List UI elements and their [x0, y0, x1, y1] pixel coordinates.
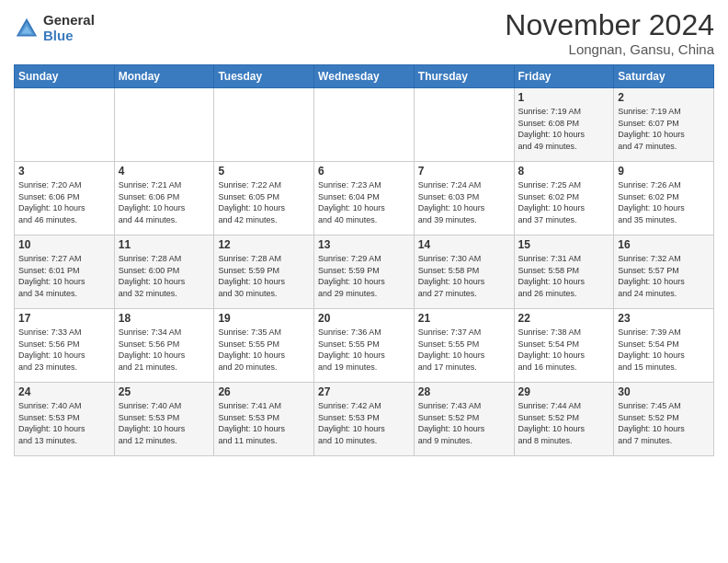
day-number: 15 — [518, 238, 610, 251]
calendar-cell: 7Sunrise: 7:24 AM Sunset: 6:03 PM Daylig… — [414, 162, 514, 236]
calendar-cell: 3Sunrise: 7:20 AM Sunset: 6:06 PM Daylig… — [15, 162, 115, 236]
calendar-week-row: 24Sunrise: 7:40 AM Sunset: 5:53 PM Dayli… — [15, 383, 714, 456]
calendar-cell: 20Sunrise: 7:36 AM Sunset: 5:55 PM Dayli… — [314, 309, 415, 383]
calendar-cell — [414, 88, 514, 162]
day-number: 10 — [18, 238, 110, 251]
day-number: 24 — [18, 385, 110, 398]
day-number: 7 — [418, 165, 510, 178]
logo-general-text: General — [43, 13, 95, 29]
calendar-cell: 21Sunrise: 7:37 AM Sunset: 5:55 PM Dayli… — [414, 309, 514, 383]
calendar-cell: 22Sunrise: 7:38 AM Sunset: 5:54 PM Dayli… — [514, 309, 614, 383]
day-number: 20 — [318, 312, 410, 325]
day-number: 12 — [218, 238, 310, 251]
cell-info: Sunrise: 7:22 AM Sunset: 6:05 PM Dayligh… — [218, 179, 310, 225]
day-number: 3 — [18, 165, 110, 178]
logo: General Blue — [14, 13, 95, 43]
calendar-week-row: 3Sunrise: 7:20 AM Sunset: 6:06 PM Daylig… — [15, 162, 714, 236]
calendar-day-header: Sunday — [15, 65, 115, 88]
cell-info: Sunrise: 7:31 AM Sunset: 5:58 PM Dayligh… — [518, 253, 610, 299]
calendar-day-header: Monday — [114, 65, 214, 88]
day-number: 26 — [218, 385, 310, 398]
calendar-cell: 5Sunrise: 7:22 AM Sunset: 6:05 PM Daylig… — [214, 162, 314, 236]
cell-info: Sunrise: 7:35 AM Sunset: 5:55 PM Dayligh… — [218, 327, 310, 373]
calendar-cell: 10Sunrise: 7:27 AM Sunset: 6:01 PM Dayli… — [15, 236, 115, 309]
page: General Blue November 2024 Longnan, Gans… — [0, 0, 728, 563]
calendar-header-row: SundayMondayTuesdayWednesdayThursdayFrid… — [15, 65, 714, 88]
cell-info: Sunrise: 7:23 AM Sunset: 6:04 PM Dayligh… — [318, 179, 410, 225]
day-number: 30 — [618, 385, 710, 398]
day-number: 16 — [618, 238, 710, 251]
calendar-cell — [114, 88, 214, 162]
cell-info: Sunrise: 7:30 AM Sunset: 5:58 PM Dayligh… — [418, 253, 510, 299]
day-number: 21 — [418, 312, 510, 325]
month-title: November 2024 — [505, 9, 714, 41]
day-number: 28 — [418, 385, 510, 398]
cell-info: Sunrise: 7:19 AM Sunset: 6:08 PM Dayligh… — [518, 106, 610, 152]
calendar-day-header: Saturday — [614, 65, 714, 88]
day-number: 25 — [119, 385, 210, 398]
calendar-cell: 24Sunrise: 7:40 AM Sunset: 5:53 PM Dayli… — [15, 383, 115, 456]
logo-icon — [14, 16, 40, 41]
cell-info: Sunrise: 7:39 AM Sunset: 5:54 PM Dayligh… — [618, 327, 710, 373]
calendar-cell: 27Sunrise: 7:42 AM Sunset: 5:53 PM Dayli… — [314, 383, 415, 456]
logo-blue-text: Blue — [43, 29, 95, 44]
day-number: 18 — [119, 312, 210, 325]
day-number: 17 — [18, 312, 110, 325]
cell-info: Sunrise: 7:44 AM Sunset: 5:52 PM Dayligh… — [518, 400, 610, 446]
title-section: November 2024 Longnan, Gansu, China — [505, 9, 714, 57]
cell-info: Sunrise: 7:34 AM Sunset: 5:56 PM Dayligh… — [119, 327, 210, 373]
cell-info: Sunrise: 7:33 AM Sunset: 5:56 PM Dayligh… — [18, 327, 110, 373]
cell-info: Sunrise: 7:20 AM Sunset: 6:06 PM Dayligh… — [18, 179, 110, 225]
day-number: 13 — [318, 238, 410, 251]
cell-info: Sunrise: 7:45 AM Sunset: 5:52 PM Dayligh… — [618, 400, 710, 446]
cell-info: Sunrise: 7:37 AM Sunset: 5:55 PM Dayligh… — [418, 327, 510, 373]
calendar-day-header: Thursday — [414, 65, 514, 88]
calendar-cell: 1Sunrise: 7:19 AM Sunset: 6:08 PM Daylig… — [514, 88, 614, 162]
header: General Blue November 2024 Longnan, Gans… — [14, 9, 714, 57]
cell-info: Sunrise: 7:32 AM Sunset: 5:57 PM Dayligh… — [618, 253, 710, 299]
calendar-cell: 19Sunrise: 7:35 AM Sunset: 5:55 PM Dayli… — [214, 309, 314, 383]
day-number: 27 — [318, 385, 410, 398]
cell-info: Sunrise: 7:41 AM Sunset: 5:53 PM Dayligh… — [218, 400, 310, 446]
cell-info: Sunrise: 7:27 AM Sunset: 6:01 PM Dayligh… — [18, 253, 110, 299]
calendar-cell: 11Sunrise: 7:28 AM Sunset: 6:00 PM Dayli… — [114, 236, 214, 309]
day-number: 11 — [119, 238, 210, 251]
day-number: 1 — [518, 91, 610, 104]
day-number: 9 — [618, 165, 710, 178]
calendar-week-row: 10Sunrise: 7:27 AM Sunset: 6:01 PM Dayli… — [15, 236, 714, 309]
cell-info: Sunrise: 7:40 AM Sunset: 5:53 PM Dayligh… — [119, 400, 210, 446]
cell-info: Sunrise: 7:28 AM Sunset: 5:59 PM Dayligh… — [218, 253, 310, 299]
day-number: 19 — [218, 312, 310, 325]
calendar-day-header: Friday — [514, 65, 614, 88]
calendar-day-header: Tuesday — [214, 65, 314, 88]
cell-info: Sunrise: 7:38 AM Sunset: 5:54 PM Dayligh… — [518, 327, 610, 373]
day-number: 6 — [318, 165, 410, 178]
cell-info: Sunrise: 7:26 AM Sunset: 6:02 PM Dayligh… — [618, 179, 710, 225]
calendar-cell: 18Sunrise: 7:34 AM Sunset: 5:56 PM Dayli… — [114, 309, 214, 383]
calendar-cell: 9Sunrise: 7:26 AM Sunset: 6:02 PM Daylig… — [614, 162, 714, 236]
calendar-cell: 26Sunrise: 7:41 AM Sunset: 5:53 PM Dayli… — [214, 383, 314, 456]
day-number: 23 — [618, 312, 710, 325]
calendar-cell: 2Sunrise: 7:19 AM Sunset: 6:07 PM Daylig… — [614, 88, 714, 162]
day-number: 8 — [518, 165, 610, 178]
calendar-cell: 14Sunrise: 7:30 AM Sunset: 5:58 PM Dayli… — [414, 236, 514, 309]
calendar-cell: 29Sunrise: 7:44 AM Sunset: 5:52 PM Dayli… — [514, 383, 614, 456]
cell-info: Sunrise: 7:42 AM Sunset: 5:53 PM Dayligh… — [318, 400, 410, 446]
day-number: 22 — [518, 312, 610, 325]
calendar-cell — [314, 88, 415, 162]
day-number: 14 — [418, 238, 510, 251]
calendar-cell: 12Sunrise: 7:28 AM Sunset: 5:59 PM Dayli… — [214, 236, 314, 309]
calendar-cell: 6Sunrise: 7:23 AM Sunset: 6:04 PM Daylig… — [314, 162, 415, 236]
cell-info: Sunrise: 7:36 AM Sunset: 5:55 PM Dayligh… — [318, 327, 410, 373]
cell-info: Sunrise: 7:43 AM Sunset: 5:52 PM Dayligh… — [418, 400, 510, 446]
calendar-week-row: 1Sunrise: 7:19 AM Sunset: 6:08 PM Daylig… — [15, 88, 714, 162]
cell-info: Sunrise: 7:25 AM Sunset: 6:02 PM Dayligh… — [518, 179, 610, 225]
cell-info: Sunrise: 7:21 AM Sunset: 6:06 PM Dayligh… — [119, 179, 210, 225]
day-number: 5 — [218, 165, 310, 178]
calendar-cell — [214, 88, 314, 162]
calendar-cell: 23Sunrise: 7:39 AM Sunset: 5:54 PM Dayli… — [614, 309, 714, 383]
day-number: 4 — [119, 165, 210, 178]
calendar-day-header: Wednesday — [314, 65, 415, 88]
calendar-cell: 17Sunrise: 7:33 AM Sunset: 5:56 PM Dayli… — [15, 309, 115, 383]
calendar-cell: 13Sunrise: 7:29 AM Sunset: 5:59 PM Dayli… — [314, 236, 415, 309]
